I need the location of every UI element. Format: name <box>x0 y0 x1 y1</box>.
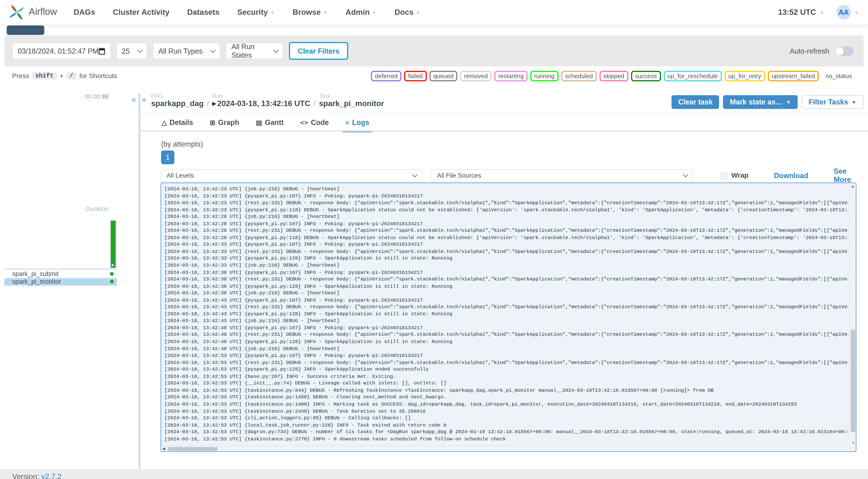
log-filter-row: All Levels All File Sources Wrap Downloa… <box>161 167 864 184</box>
status-badge[interactable]: upstream_failed <box>768 71 819 81</box>
chevron-down-icon <box>137 47 143 53</box>
expand-panel-icon[interactable]: » <box>142 95 146 103</box>
page-size-value: 25 <box>122 47 130 55</box>
attempt-1-button[interactable]: 1 <box>161 151 174 164</box>
breadcrumb-dag[interactable]: sparkapp_dag <box>151 99 204 108</box>
log-line: [2024-03-18, 13:42:53 UTC] {cli_action_l… <box>164 415 848 422</box>
status-badge[interactable]: removed <box>460 71 492 81</box>
status-badge[interactable]: failed <box>404 71 427 81</box>
log-line: [2024-03-18, 13:42:53 UTC] {taskinstance… <box>164 436 848 443</box>
task-success-square[interactable] <box>110 272 114 275</box>
nav-item[interactable]: Cluster Activity▼ <box>113 8 169 17</box>
log-line: [2024-03-18, 13:42:33 UTC] {pyspark_pi.p… <box>164 242 848 249</box>
vertical-scrollbar-thumb[interactable] <box>851 330 855 432</box>
scroll-left-icon[interactable]: ◀ <box>162 447 165 451</box>
status-badge[interactable]: running <box>530 71 558 81</box>
log-line: [2024-03-18, 13:42:23 UTC] {job.py:216} … <box>164 186 848 193</box>
log-line: [2024-03-18, 13:42:48 UTC] {job.py:216} … <box>164 346 848 353</box>
status-badge[interactable]: up_for_reschedule <box>663 71 721 81</box>
horizontal-scrollbar-thumb[interactable] <box>167 447 218 450</box>
nav-item[interactable]: Docs▼ <box>395 8 421 17</box>
filter-tasks-button[interactable]: Filter Tasks▼ <box>801 95 864 109</box>
base-date-input[interactable]: 03/18/2024, 01:52:47 PM <box>12 42 111 59</box>
chevron-down-icon: ▼ <box>854 10 859 15</box>
chevron-down-icon: ▼ <box>416 10 421 15</box>
breadcrumb-separator: / <box>207 99 209 108</box>
nav-item[interactable]: Admin▼ <box>346 8 377 17</box>
tab-icon: <> <box>301 119 308 126</box>
task-success-square[interactable] <box>110 280 114 283</box>
status-badge[interactable]: scheduled <box>561 71 597 81</box>
avatar[interactable]: AA <box>836 5 851 19</box>
log-line: [2024-03-18, 13:42:53 UTC] {local_task_j… <box>164 422 848 429</box>
task-name: spark_pi_submit <box>4 270 59 277</box>
breadcrumb-run[interactable]: ▶2024-03-18, 13:42:16 UTC <box>212 99 310 108</box>
task-name: spark_pi_monitor <box>4 278 61 285</box>
dag-run-bar[interactable]: ▶ <box>111 221 116 268</box>
log-line: [2024-03-18, 13:42:53 UTC] {taskinstance… <box>164 401 848 408</box>
chevron-down-icon <box>273 47 279 53</box>
nav-item[interactable]: Security▼ <box>237 8 275 17</box>
panel-resize-handle[interactable] <box>138 93 141 469</box>
task-row[interactable]: spark_pi_submit <box>4 270 117 278</box>
log-viewer[interactable]: [2024-03-18, 13:42:23 UTC] {job.py:216} … <box>160 183 857 452</box>
log-line: [2024-03-18, 13:42:53 UTC] {taskinstance… <box>164 387 848 394</box>
details-panel: » DAG sparkapp_dag / Run ▶2024-03-18, 13… <box>141 93 868 469</box>
utc-clock[interactable]: 13:52 UTC <box>778 8 816 17</box>
calendar-icon <box>99 47 105 55</box>
task-row[interactable]: spark_pi_monitor <box>4 278 117 286</box>
scroll-up-icon[interactable]: ▲ <box>851 184 855 188</box>
tab[interactable]: ▤Gantt <box>256 118 284 131</box>
breadcrumb-separator: / <box>314 99 316 108</box>
file-source-select[interactable]: All File Sources <box>432 169 693 182</box>
vertical-scrollbar[interactable]: ▲ ▼ <box>849 183 856 445</box>
log-line: [2024-03-18, 13:42:48 UTC] {pyspark_pi.p… <box>164 325 848 332</box>
status-badge[interactable]: skipped <box>599 71 628 81</box>
status-badge[interactable]: queued <box>429 71 458 81</box>
nav-item[interactable]: Datasets▼ <box>187 8 219 17</box>
detail-tabs: △Details ⊞Graph ▤Gantt <>Code ≡Logs <box>162 118 369 131</box>
log-level-select[interactable]: All Levels <box>161 169 423 182</box>
duration-axis-label: Duration <box>0 205 108 212</box>
status-badge[interactable]: up_for_retry <box>724 71 765 81</box>
wrap-checkbox[interactable] <box>721 172 727 179</box>
log-line: [2024-03-18, 13:42:38 UTC] {rest.py:231}… <box>164 276 848 283</box>
run-states-select[interactable]: All Run States <box>226 42 283 59</box>
task-list: spark_pi_submit spark_pi_monitor <box>4 270 117 286</box>
status-legend: deferred failed queued removed restartin… <box>371 71 856 81</box>
tab-icon: ▤ <box>256 119 262 126</box>
run-types-select[interactable]: All Run Types <box>153 42 220 59</box>
see-more-link[interactable]: See More <box>834 167 864 184</box>
collapse-panel-icon[interactable]: « <box>132 95 136 103</box>
breadcrumb-task[interactable]: spark_pi_monitor <box>319 99 384 108</box>
download-link[interactable]: Download <box>774 171 808 180</box>
nav-item[interactable]: DAGs▼ <box>74 8 95 17</box>
chevron-down-icon: ▼ <box>786 99 791 105</box>
log-line: [2024-03-18, 13:42:53 UTC] {dagrun.py:73… <box>164 429 848 436</box>
wrap-label: Wrap <box>731 171 748 179</box>
tab[interactable]: ≡Logs <box>345 118 369 131</box>
horizontal-scrollbar[interactable]: ◀ <box>161 445 849 451</box>
airflow-logo-icon <box>9 4 25 20</box>
log-line: [2024-03-18, 13:42:28 UTC] {pyspark_pi.p… <box>164 221 848 228</box>
scroll-down-icon[interactable]: ▼ <box>851 441 855 445</box>
status-badge[interactable]: no_status <box>822 71 856 81</box>
slash-key-chip: / <box>66 72 77 80</box>
log-line: [2024-03-18, 13:42:53 UTC] {taskinstance… <box>164 408 848 415</box>
tab[interactable]: △Details <box>162 118 193 131</box>
log-line: [2024-03-18, 13:42:33 UTC] {pyspark_pi.p… <box>164 255 848 262</box>
status-badge[interactable]: success <box>631 71 660 81</box>
tab[interactable]: ⊞Graph <box>210 118 239 131</box>
page-size-select[interactable]: 25 <box>116 42 147 59</box>
tab[interactable]: <>Code <box>301 118 329 131</box>
cutoff-grid-cell[interactable] <box>7 25 44 35</box>
clear-task-button[interactable]: Clear task <box>672 95 719 109</box>
clear-filters-button[interactable]: Clear Filters <box>289 42 348 60</box>
auto-refresh-toggle[interactable] <box>835 46 854 56</box>
status-badge[interactable]: restarting <box>494 71 528 81</box>
version-link[interactable]: v2.7.2 <box>41 472 61 479</box>
mark-state-button[interactable]: Mark state as…▼ <box>723 95 798 109</box>
airflow-brand[interactable]: Airflow <box>9 4 57 20</box>
status-badge[interactable]: deferred <box>371 71 401 81</box>
nav-item[interactable]: Browse▼ <box>292 8 328 17</box>
